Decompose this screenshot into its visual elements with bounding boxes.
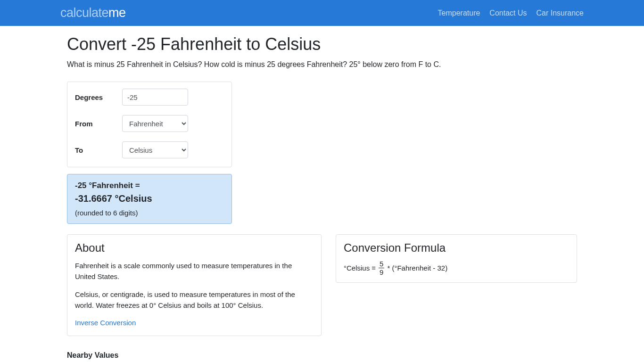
nav-contact[interactable]: Contact Us xyxy=(489,9,527,17)
formula-lhs: °Celsius = xyxy=(344,264,376,272)
brand-part2: me xyxy=(108,6,126,20)
about-heading: About xyxy=(75,241,314,255)
formula-numerator: 5 xyxy=(379,260,384,268)
about-card: About Fahrenheit is a scale commonly use… xyxy=(67,234,322,336)
result-output-line: -31.6667 °Celsius xyxy=(75,193,224,204)
degrees-label: Degrees xyxy=(75,93,122,101)
to-select[interactable]: Celsius xyxy=(122,141,188,158)
about-celsius-text: Celsius, or centigrade, is used to measu… xyxy=(75,289,314,311)
brand-part1: calculate xyxy=(60,6,108,20)
formula-fraction: 5 9 xyxy=(379,260,384,276)
from-label: From xyxy=(75,120,122,128)
nav-links: Temperature Contact Us Car Insurance xyxy=(438,9,584,17)
page-title: Convert -25 Fahrenheit to Celsius xyxy=(67,34,577,54)
page-lead: What is minus 25 Fahrenheit in Celsius? … xyxy=(67,59,577,70)
about-fahrenheit-text: Fahrenheit is a scale commonly used to m… xyxy=(75,260,314,282)
formula-heading: Conversion Formula xyxy=(344,241,569,255)
inverse-conversion-link[interactable]: Inverse Conversion xyxy=(75,319,136,327)
nav-temperature[interactable]: Temperature xyxy=(438,9,480,17)
from-select[interactable]: Fahrenheit xyxy=(122,115,188,132)
to-label: To xyxy=(75,146,122,154)
result-rounded-note: (rounded to 6 digits) xyxy=(75,209,224,217)
formula-expression: °Celsius = 5 9 * (°Fahrenheit - 32) xyxy=(344,260,569,276)
brand-logo[interactable]: calculateme xyxy=(60,6,126,20)
result-box: -25 °Fahrenheit = -31.6667 °Celsius (rou… xyxy=(67,174,232,224)
degrees-input[interactable] xyxy=(122,89,188,106)
nav-insurance[interactable]: Car Insurance xyxy=(537,9,584,17)
navbar: calculateme Temperature Contact Us Car I… xyxy=(0,0,644,26)
result-input-line: -25 °Fahrenheit = xyxy=(75,181,224,190)
converter-card: Degrees From Fahrenheit To Celsius xyxy=(67,82,232,167)
formula-rhs: * (°Fahrenheit - 32) xyxy=(387,264,447,272)
formula-card: Conversion Formula °Celsius = 5 9 * (°Fa… xyxy=(336,234,577,283)
nearby-section: Nearby Values (some results rounded) xyxy=(67,351,577,362)
nearby-values-title: Nearby Values xyxy=(67,351,577,360)
formula-denominator: 9 xyxy=(380,268,383,276)
